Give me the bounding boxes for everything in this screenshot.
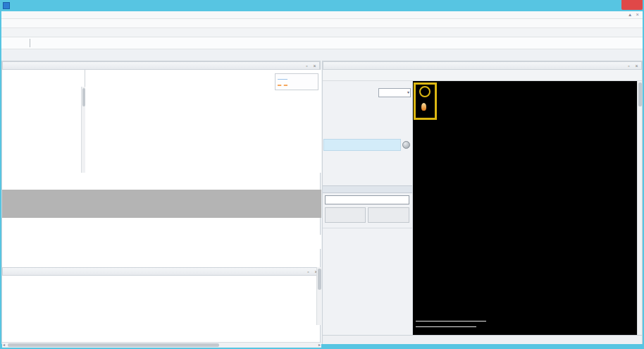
acquired-shots-grid <box>2 267 316 325</box>
status-box-right <box>368 207 409 223</box>
header-divider <box>30 39 30 47</box>
scale-bar-imperial <box>416 326 476 327</box>
chart-legend <box>275 73 318 90</box>
pps-shots-grid <box>2 70 85 173</box>
pps-close-icon[interactable]: × <box>311 63 318 69</box>
process-label <box>323 185 412 193</box>
flag-number-badge <box>419 86 431 97</box>
app-icon <box>3 2 10 9</box>
status-indicators <box>1 49 643 61</box>
menu-bar <box>1 19 643 28</box>
process-input[interactable] <box>325 195 409 204</box>
pps-pin-icon[interactable]: ▫ <box>304 63 310 69</box>
app-window: ▴ × ▫× <box>0 0 644 349</box>
form-divider <box>323 228 412 228</box>
main-toolbar <box>1 28 643 37</box>
selected-flag-box <box>414 82 437 120</box>
uphole-chart <box>85 70 321 173</box>
title-bar <box>0 0 644 11</box>
scale-bar-metric <box>416 321 486 322</box>
session-header <box>1 37 643 49</box>
tracking-panel-header: ▫× <box>323 61 642 70</box>
tracking-pin-icon[interactable]: ▫ <box>626 63 632 69</box>
white-filler <box>2 235 321 249</box>
ribbon-close-icon[interactable]: × <box>636 11 639 18</box>
ue-mode-button[interactable] <box>402 141 410 149</box>
tracking-form <box>323 81 413 335</box>
tracking-map[interactable] <box>413 81 637 335</box>
acq-v-scrollbar[interactable] <box>316 267 321 325</box>
shooter-status-grid <box>2 174 321 190</box>
legend-series-2 <box>278 82 316 88</box>
tracking-close-icon[interactable]: × <box>633 63 640 69</box>
pps-panel-header: ▫× <box>2 61 320 70</box>
ribbon-collapse-icon[interactable]: ▴ <box>628 11 631 18</box>
shooter-flame-icon <box>421 103 426 111</box>
ue-compatibility-mode <box>323 139 401 151</box>
acq-v-thumb[interactable] <box>318 269 321 290</box>
gray-filler <box>2 190 321 218</box>
legend-line-icon <box>278 79 287 80</box>
tracking-panel: ▫× <box>322 61 643 344</box>
map-v-scrollbar[interactable] <box>637 81 642 335</box>
group-combo[interactable] <box>378 88 411 97</box>
pps-tab-strip <box>2 249 321 259</box>
map-v-thumb[interactable] <box>638 82 642 106</box>
status-box-left <box>325 207 366 223</box>
tracking-toolbar <box>323 70 642 81</box>
legend-dash-icon <box>278 85 287 86</box>
ribbon-row: ▴ × <box>1 11 643 19</box>
pps-scroll-thumb[interactable] <box>82 88 85 106</box>
pps-panel: ▫× ▫× <box>1 61 321 344</box>
close-button[interactable] <box>621 0 643 10</box>
bottom-tab-strip <box>2 331 321 345</box>
legend-series-1 <box>278 75 316 82</box>
maximize-button[interactable] <box>606 0 621 10</box>
minimize-button[interactable] <box>590 0 606 10</box>
unit-grid <box>2 218 321 235</box>
tracking-statusbar <box>323 335 642 344</box>
